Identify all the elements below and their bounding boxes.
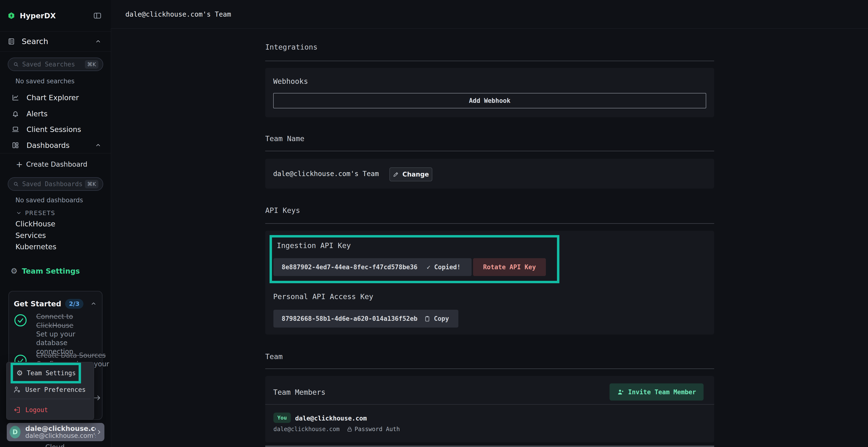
shortcut-badge: ⌘K — [85, 180, 98, 188]
create-dashboard-button[interactable]: + Create Dashboard — [16, 158, 87, 171]
journal-icon — [8, 38, 15, 45]
bell-icon — [11, 110, 19, 117]
sidebar-item-label: Chart Explorer — [27, 94, 79, 102]
chevron-up-icon[interactable] — [95, 142, 101, 148]
section-divider — [265, 151, 714, 151]
get-started-title: Get Started — [14, 300, 61, 308]
app-name: HyperDX — [20, 11, 56, 20]
menu-item-logout[interactable]: Logout — [13, 403, 48, 417]
lock-icon — [346, 426, 353, 432]
get-started-item-1[interactable]: Connect to ClickHouse Set up your databa… — [36, 312, 102, 356]
sidebar-section-search[interactable]: Search — [0, 32, 111, 51]
presets-label: PRESETS — [25, 209, 55, 216]
plus-icon: + — [16, 161, 23, 168]
menu-divider — [10, 399, 90, 399]
avatar: D — [10, 426, 21, 438]
integrations-heading: Integrations — [265, 43, 317, 51]
divider — [0, 51, 111, 51]
clipboard-icon[interactable] — [424, 315, 431, 322]
gear-icon: ⚙ — [17, 370, 23, 377]
dashboard-grid-icon — [11, 141, 19, 149]
preset-services[interactable]: Services — [16, 231, 46, 240]
sidebar: HyperDX Search Saved Searches ⌘K No save… — [0, 0, 111, 447]
no-saved-dashboards-text: No saved dashboards — [16, 197, 83, 204]
pencil-icon — [393, 171, 399, 177]
shortcut-badge: ⌘K — [85, 60, 98, 69]
invite-team-member-button[interactable]: Invite Team Member — [610, 383, 704, 401]
search-icon — [13, 61, 19, 67]
arrow-right-icon[interactable] — [93, 393, 101, 402]
sidebar-item-label: Dashboards — [27, 141, 69, 149]
section-divider — [265, 369, 714, 369]
card-divider — [265, 404, 714, 405]
chart-icon — [11, 94, 19, 101]
logo-row: HyperDX — [0, 0, 111, 31]
auth-method-label: Password Auth — [355, 426, 400, 433]
personal-key-chip[interactable]: 87982668-58b1-4d6e-a620-014a136f52eb Cop… — [273, 310, 458, 328]
saved-dashboards-placeholder: Saved Dashboards — [22, 180, 83, 187]
change-team-name-button[interactable]: Change — [390, 167, 432, 181]
next-section-edge — [265, 446, 714, 447]
sidebar-item-dashboards[interactable]: Dashboards — [0, 138, 111, 152]
logout-icon — [13, 406, 21, 414]
check-circle-icon — [14, 314, 27, 327]
menu-item-label: Team Settings — [27, 370, 76, 377]
app-root: HyperDX Search Saved Searches ⌘K No save… — [0, 0, 868, 447]
section-divider — [265, 61, 714, 61]
personal-key-value: 87982668-58b1-4d6e-a620-014a136f52eb — [282, 315, 417, 322]
chevron-down-icon — [16, 210, 22, 216]
chevron-right-icon — [96, 429, 102, 436]
hyperdx-logo-icon — [8, 12, 15, 20]
saved-dashboards-input[interactable]: Saved Dashboards ⌘K — [8, 177, 103, 191]
saved-searches-placeholder: Saved Searches — [22, 61, 75, 68]
ingestion-key-chip[interactable]: 8e887902-4ed7-44ea-8fec-f47cd578be36 ✓ C… — [273, 258, 472, 276]
topbar: dale@clickhouse.com's Team — [111, 0, 868, 29]
menu-item-user-preferences[interactable]: User Preferences — [13, 383, 86, 397]
gear-icon: ⚙ — [10, 267, 18, 275]
team-members-label: Team Members — [273, 388, 326, 397]
team-name-card: dale@clickhouse.com's Team Change — [265, 159, 714, 188]
menu-item-team-settings-highlighted[interactable]: ⚙ Team Settings — [10, 363, 81, 383]
search-icon — [13, 181, 19, 187]
ingestion-api-key-label: Ingestion API Key — [277, 241, 351, 250]
api-keys-card: Ingestion API Key 8e887902-4ed7-44ea-8fe… — [265, 231, 714, 335]
team-name-value: dale@clickhouse.com's Team — [273, 170, 379, 178]
member-email: dale@clickhouse.com — [273, 426, 340, 433]
section-divider — [265, 223, 714, 224]
task-title: Create Data Sources — [36, 351, 102, 360]
search-section-label: Search — [22, 37, 48, 46]
copy-button-label[interactable]: Copy — [434, 315, 449, 322]
member-name: dale@clickhouse.com — [295, 415, 367, 422]
page-title: dale@clickhouse.com's Team — [125, 10, 231, 18]
user-team: dale@clickhouse.com's — [25, 432, 96, 439]
user-email: dale@clickhouse.com — [25, 425, 96, 432]
sidebar-item-label: Client Sessions — [27, 125, 81, 134]
menu-item-label: User Preferences — [25, 386, 86, 393]
user-gear-icon — [13, 386, 21, 393]
sidebar-item-client-sessions[interactable]: Client Sessions — [0, 122, 111, 136]
menu-item-label: Logout — [25, 406, 48, 414]
change-button-label: Change — [402, 171, 429, 178]
rotate-api-key-button[interactable]: Rotate API Key — [473, 258, 546, 276]
preset-clickhouse[interactable]: ClickHouse — [16, 220, 56, 228]
get-started-header[interactable]: Get Started 2/3 — [14, 298, 97, 309]
clipped-bottom-text: Cloud — [45, 443, 65, 447]
add-webhook-button[interactable]: Add Webhook — [273, 93, 706, 108]
team-name-heading: Team Name — [265, 134, 305, 143]
sidebar-item-team-settings[interactable]: ⚙ Team Settings — [10, 265, 80, 277]
presets-toggle[interactable]: PRESETS — [16, 208, 55, 218]
sidebar-item-chart-explorer[interactable]: Chart Explorer — [0, 91, 111, 105]
user-card[interactable]: D dale@clickhouse.com dale@clickhouse.co… — [7, 423, 104, 441]
invite-button-label: Invite Team Member — [628, 388, 696, 396]
chevron-up-icon[interactable] — [90, 301, 97, 307]
sidebar-item-alerts[interactable]: Alerts — [0, 107, 111, 121]
laptop-icon — [11, 126, 19, 133]
chevron-up-icon[interactable] — [95, 38, 101, 44]
preset-kubernetes[interactable]: Kubernetes — [16, 243, 56, 251]
api-keys-heading: API Keys — [265, 206, 300, 215]
collapse-sidebar-icon[interactable] — [93, 11, 102, 20]
copied-status: ✓ Copied! — [427, 264, 461, 271]
saved-searches-input[interactable]: Saved Searches ⌘K — [8, 58, 103, 71]
team-members-card: Team Members Invite Team Member You dale… — [265, 376, 714, 442]
divider — [0, 153, 111, 153]
